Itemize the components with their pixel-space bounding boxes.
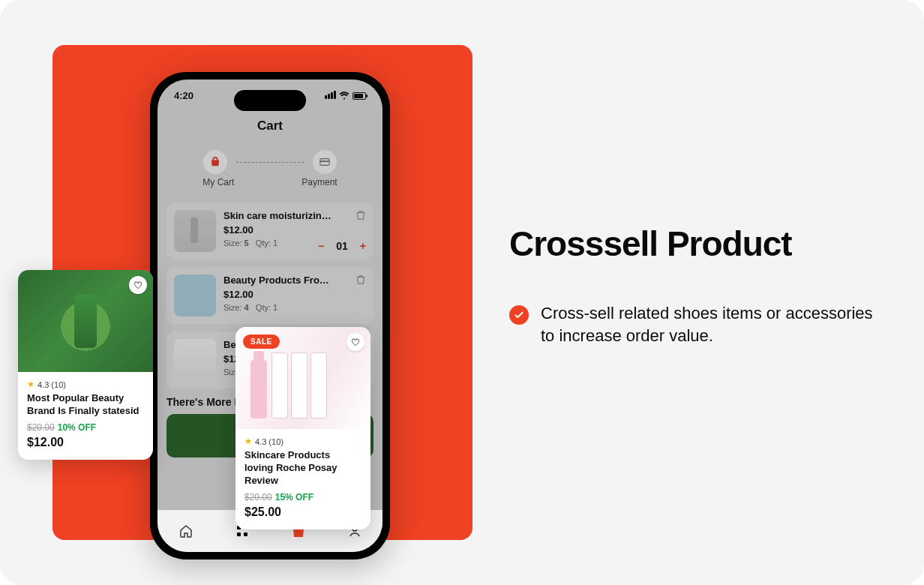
product-card[interactable]: ★4.3 (10) Most Popular Beauty Brand Is F… (18, 270, 153, 460)
svg-rect-5 (244, 532, 248, 536)
product-title: Most Popular Beauty Brand Is Finally sta… (27, 392, 144, 418)
showcase-stage: 4:20 Cart (52, 45, 472, 540)
bullet-text: Cross-sell related shoes items or access… (541, 302, 877, 349)
product-image: SALE (236, 327, 370, 429)
card-body: ★4.3 (10) Skincare Products loving Roche… (236, 429, 370, 530)
right-content: Crosssell Product Cross-sell related sho… (509, 225, 877, 348)
svg-rect-4 (237, 532, 241, 536)
home-icon[interactable] (178, 524, 194, 538)
product-card[interactable]: SALE ★4.3 (10) Skincare Products loving … (236, 327, 370, 530)
feature-showcase: Crosssell Product Cross-sell related sho… (0, 0, 924, 585)
star-icon: ★ (27, 380, 34, 389)
price: $25.00 (244, 506, 362, 519)
discount-badge: 10% OFF (58, 422, 96, 433)
star-icon: ★ (244, 436, 252, 446)
product-title: Skincare Products loving Roche Posay Rev… (244, 449, 362, 488)
wishlist-button[interactable] (346, 333, 364, 351)
card-body: ★4.3 (10) Most Popular Beauty Brand Is F… (18, 372, 153, 460)
rating: ★4.3 (10) (27, 380, 144, 389)
checkmark-icon (509, 305, 529, 325)
product-image (18, 270, 153, 372)
heart-icon (134, 280, 142, 290)
heart-icon (351, 338, 360, 346)
rating: ★4.3 (10) (244, 436, 362, 446)
bullet-row: Cross-sell related shoes items or access… (509, 302, 877, 349)
wishlist-button[interactable] (129, 276, 147, 294)
price-row: $20.0015% OFF (244, 492, 362, 502)
discount-badge: 15% OFF (275, 492, 314, 502)
original-price: $20.00 (244, 492, 272, 502)
headline: Crosssell Product (509, 225, 877, 263)
price: $12.00 (27, 436, 144, 449)
sale-badge: SALE (243, 334, 280, 349)
price-row: $20.0010% OFF (27, 422, 144, 433)
original-price: $20.00 (27, 422, 55, 433)
